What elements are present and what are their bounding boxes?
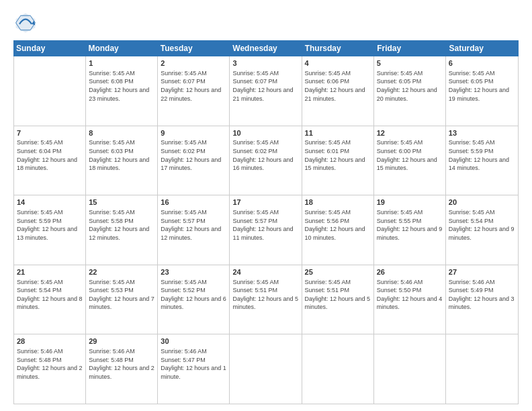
- day-info: Sunrise: 5:45 AMSunset: 5:53 PMDaylight:…: [89, 278, 154, 312]
- day-number: 9: [161, 128, 226, 138]
- day-cell-22: 22Sunrise: 5:45 AMSunset: 5:53 PMDayligh…: [86, 265, 158, 334]
- day-number: 3: [232, 58, 298, 68]
- weekday-header-friday: Friday: [374, 40, 446, 56]
- day-cell-11: 11Sunrise: 5:45 AMSunset: 6:01 PMDayligh…: [302, 126, 374, 195]
- day-info: Sunrise: 5:46 AMSunset: 5:49 PMDaylight:…: [449, 278, 515, 312]
- day-cell-12: 12Sunrise: 5:45 AMSunset: 6:00 PMDayligh…: [374, 126, 446, 195]
- day-info: Sunrise: 5:45 AMSunset: 6:06 PMDaylight:…: [305, 69, 371, 103]
- day-number: 8: [89, 128, 154, 138]
- day-info: Sunrise: 5:45 AMSunset: 6:03 PMDaylight:…: [89, 138, 154, 172]
- day-number: 30: [161, 336, 226, 347]
- calendar-week-2: 7Sunrise: 5:45 AMSunset: 6:04 PMDaylight…: [14, 126, 518, 196]
- day-info: Sunrise: 5:45 AMSunset: 6:02 PMDaylight:…: [161, 138, 226, 172]
- calendar-body: 1Sunrise: 5:45 AMSunset: 6:08 PMDaylight…: [13, 56, 519, 404]
- day-number: 10: [232, 128, 298, 138]
- day-number: 12: [377, 128, 443, 138]
- day-number: 29: [89, 336, 154, 347]
- day-info: Sunrise: 5:45 AMSunset: 5:57 PMDaylight:…: [161, 208, 226, 242]
- day-number: 13: [449, 128, 515, 138]
- weekday-header-saturday: Saturday: [447, 40, 519, 56]
- day-number: 22: [89, 267, 154, 277]
- day-cell-1: 1Sunrise: 5:45 AMSunset: 6:08 PMDaylight…: [86, 56, 158, 126]
- svg-marker-0: [16, 13, 36, 33]
- day-info: Sunrise: 5:46 AMSunset: 5:50 PMDaylight:…: [377, 278, 443, 312]
- calendar-page: SundayMondayTuesdayWednesdayThursdayFrid…: [0, 0, 532, 411]
- weekday-header-monday: Monday: [85, 40, 157, 56]
- day-cell-24: 24Sunrise: 5:45 AMSunset: 5:51 PMDayligh…: [230, 265, 302, 334]
- day-number: 24: [232, 267, 298, 277]
- day-cell-18: 18Sunrise: 5:45 AMSunset: 5:56 PMDayligh…: [302, 195, 374, 265]
- day-number: 26: [377, 267, 443, 277]
- day-number: 14: [17, 197, 83, 208]
- day-cell-8: 8Sunrise: 5:45 AMSunset: 6:03 PMDaylight…: [86, 126, 158, 195]
- day-cell-6: 6Sunrise: 5:45 AMSunset: 6:05 PMDaylight…: [446, 56, 518, 126]
- day-number: 1: [89, 58, 154, 68]
- empty-cell: [230, 334, 302, 404]
- day-cell-3: 3Sunrise: 5:45 AMSunset: 6:07 PMDaylight…: [230, 56, 302, 126]
- calendar-week-3: 14Sunrise: 5:45 AMSunset: 5:59 PMDayligh…: [14, 195, 518, 265]
- empty-cell: [374, 334, 446, 404]
- day-cell-23: 23Sunrise: 5:45 AMSunset: 5:52 PMDayligh…: [158, 265, 230, 334]
- day-info: Sunrise: 5:45 AMSunset: 5:58 PMDaylight:…: [89, 208, 154, 242]
- logo-icon: [13, 11, 38, 35]
- day-info: Sunrise: 5:45 AMSunset: 5:56 PMDaylight:…: [305, 208, 371, 242]
- day-cell-26: 26Sunrise: 5:46 AMSunset: 5:50 PMDayligh…: [374, 265, 446, 334]
- weekday-header-sunday: Sunday: [13, 40, 85, 56]
- day-number: 17: [232, 197, 298, 208]
- logo: [13, 11, 40, 35]
- calendar-week-4: 21Sunrise: 5:45 AMSunset: 5:54 PMDayligh…: [14, 265, 518, 335]
- day-number: 25: [305, 267, 371, 277]
- day-cell-9: 9Sunrise: 5:45 AMSunset: 6:02 PMDaylight…: [158, 126, 230, 195]
- header: [13, 11, 519, 35]
- day-cell-20: 20Sunrise: 5:45 AMSunset: 5:54 PMDayligh…: [446, 195, 518, 265]
- day-info: Sunrise: 5:45 AMSunset: 6:08 PMDaylight:…: [89, 69, 154, 103]
- day-info: Sunrise: 5:45 AMSunset: 6:05 PMDaylight:…: [377, 69, 443, 103]
- weekday-header-thursday: Thursday: [302, 40, 374, 56]
- day-cell-10: 10Sunrise: 5:45 AMSunset: 6:02 PMDayligh…: [230, 126, 302, 195]
- day-info: Sunrise: 5:46 AMSunset: 5:47 PMDaylight:…: [161, 347, 226, 381]
- day-info: Sunrise: 5:45 AMSunset: 5:59 PMDaylight:…: [449, 138, 515, 172]
- calendar-header: SundayMondayTuesdayWednesdayThursdayFrid…: [13, 40, 519, 56]
- day-info: Sunrise: 5:45 AMSunset: 5:54 PMDaylight:…: [17, 278, 83, 312]
- day-info: Sunrise: 5:45 AMSunset: 6:05 PMDaylight:…: [449, 69, 515, 103]
- day-cell-30: 30Sunrise: 5:46 AMSunset: 5:47 PMDayligh…: [158, 334, 230, 404]
- day-cell-5: 5Sunrise: 5:45 AMSunset: 6:05 PMDaylight…: [374, 56, 446, 126]
- day-info: Sunrise: 5:45 AMSunset: 5:59 PMDaylight:…: [17, 208, 83, 242]
- day-cell-27: 27Sunrise: 5:46 AMSunset: 5:49 PMDayligh…: [446, 265, 518, 334]
- day-cell-2: 2Sunrise: 5:45 AMSunset: 6:07 PMDaylight…: [158, 56, 230, 126]
- day-info: Sunrise: 5:45 AMSunset: 6:07 PMDaylight:…: [161, 69, 226, 103]
- day-info: Sunrise: 5:45 AMSunset: 6:02 PMDaylight:…: [232, 138, 298, 172]
- day-number: 4: [305, 58, 371, 68]
- day-number: 27: [449, 267, 515, 277]
- weekday-header-tuesday: Tuesday: [158, 40, 230, 56]
- day-cell-13: 13Sunrise: 5:45 AMSunset: 5:59 PMDayligh…: [446, 126, 518, 195]
- day-info: Sunrise: 5:46 AMSunset: 5:48 PMDaylight:…: [89, 347, 154, 381]
- calendar: SundayMondayTuesdayWednesdayThursdayFrid…: [13, 40, 519, 404]
- day-number: 28: [17, 336, 83, 347]
- day-info: Sunrise: 5:45 AMSunset: 5:51 PMDaylight:…: [305, 278, 371, 312]
- day-info: Sunrise: 5:45 AMSunset: 5:57 PMDaylight:…: [232, 208, 298, 242]
- day-number: 6: [449, 58, 515, 68]
- day-number: 11: [305, 128, 371, 138]
- empty-cell: [302, 334, 374, 404]
- day-info: Sunrise: 5:45 AMSunset: 5:51 PMDaylight:…: [232, 278, 298, 312]
- day-cell-14: 14Sunrise: 5:45 AMSunset: 5:59 PMDayligh…: [14, 195, 86, 265]
- day-number: 16: [161, 197, 226, 208]
- day-number: 18: [305, 197, 371, 208]
- calendar-week-5: 28Sunrise: 5:46 AMSunset: 5:48 PMDayligh…: [14, 334, 518, 404]
- day-number: 2: [161, 58, 226, 68]
- day-info: Sunrise: 5:45 AMSunset: 6:00 PMDaylight:…: [377, 138, 443, 172]
- day-number: 21: [17, 267, 83, 277]
- day-cell-29: 29Sunrise: 5:46 AMSunset: 5:48 PMDayligh…: [86, 334, 158, 404]
- day-cell-7: 7Sunrise: 5:45 AMSunset: 6:04 PMDaylight…: [14, 126, 86, 195]
- day-cell-17: 17Sunrise: 5:45 AMSunset: 5:57 PMDayligh…: [230, 195, 302, 265]
- day-number: 7: [17, 128, 83, 138]
- day-number: 20: [449, 197, 515, 208]
- empty-cell: [446, 334, 518, 404]
- day-info: Sunrise: 5:45 AMSunset: 5:54 PMDaylight:…: [449, 208, 515, 242]
- day-info: Sunrise: 5:45 AMSunset: 5:55 PMDaylight:…: [377, 208, 443, 242]
- day-cell-21: 21Sunrise: 5:45 AMSunset: 5:54 PMDayligh…: [14, 265, 86, 334]
- day-info: Sunrise: 5:45 AMSunset: 6:01 PMDaylight:…: [305, 138, 371, 172]
- day-cell-15: 15Sunrise: 5:45 AMSunset: 5:58 PMDayligh…: [86, 195, 158, 265]
- day-number: 19: [377, 197, 443, 208]
